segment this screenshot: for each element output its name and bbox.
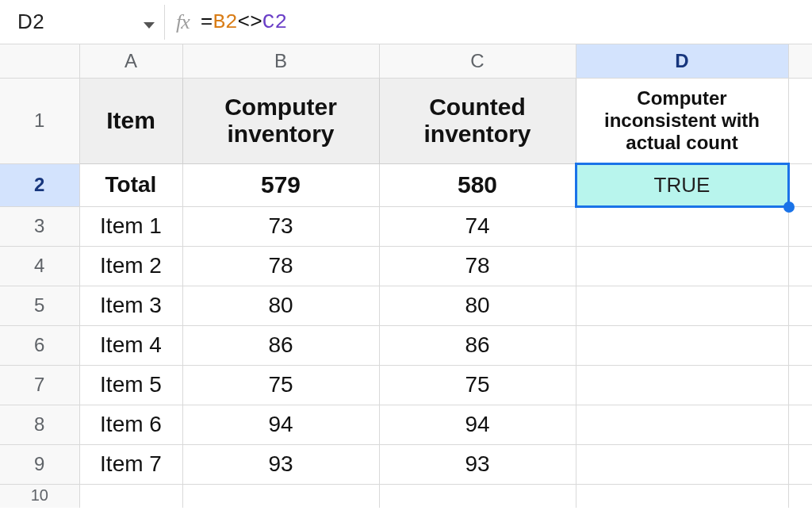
fill-handle[interactable] xyxy=(783,202,795,213)
cell-B3[interactable]: 73 xyxy=(182,206,379,246)
cell-A9[interactable]: Item 7 xyxy=(79,444,182,484)
row-header-1[interactable]: 1 xyxy=(0,78,79,163)
col-header-B[interactable]: B xyxy=(182,44,379,78)
cell-D7[interactable] xyxy=(576,365,788,405)
table-row: 3 Item 1 73 74 xyxy=(0,206,812,246)
table-row: 2 Total 579 580 TRUE xyxy=(0,163,812,206)
cell-C2[interactable]: 580 xyxy=(379,163,576,206)
divider xyxy=(164,5,165,40)
cell-B6[interactable]: 86 xyxy=(182,325,379,365)
formula-ref-c2: C2 xyxy=(262,10,287,34)
cell-A2[interactable]: Total xyxy=(79,163,182,206)
cell-B8[interactable]: 94 xyxy=(182,405,379,444)
cell-B1[interactable]: Computer inventory xyxy=(182,78,379,163)
cell-D2[interactable]: TRUE xyxy=(576,163,788,206)
cell-B4[interactable]: 78 xyxy=(182,246,379,286)
cell-extra-2[interactable] xyxy=(788,163,812,206)
cell-C6[interactable]: 86 xyxy=(379,325,576,365)
select-all-corner[interactable] xyxy=(0,44,79,78)
row-header-7[interactable]: 7 xyxy=(0,365,79,405)
col-header-extra[interactable] xyxy=(788,44,812,78)
cell-A6[interactable]: Item 4 xyxy=(79,325,182,365)
cell-extra-5[interactable] xyxy=(788,286,812,325)
cell-D5[interactable] xyxy=(576,286,788,325)
cell-extra-6[interactable] xyxy=(788,325,812,365)
table-row: 4 Item 2 78 78 xyxy=(0,246,812,286)
spreadsheet-grid[interactable]: A B C D 1 Item Computer inventory Counte… xyxy=(0,44,812,508)
name-box-container: D2 xyxy=(17,10,164,34)
col-header-D[interactable]: D xyxy=(576,44,788,78)
cell-C10[interactable] xyxy=(379,484,576,508)
cell-extra-8[interactable] xyxy=(788,405,812,444)
formula-eq: = xyxy=(201,10,213,34)
cell-D2-value: TRUE xyxy=(654,173,710,197)
fx-icon: fx xyxy=(176,10,190,34)
formula-operator: <> xyxy=(238,10,262,34)
table-row: 10 xyxy=(0,484,812,508)
name-box[interactable]: D2 xyxy=(17,10,44,34)
cell-A8[interactable]: Item 6 xyxy=(79,405,182,444)
formula-input[interactable]: =B2<>C2 xyxy=(201,10,287,34)
row-header-10[interactable]: 10 xyxy=(0,484,79,508)
cell-B7[interactable]: 75 xyxy=(182,365,379,405)
table-row: 7 Item 5 75 75 xyxy=(0,365,812,405)
cell-B5[interactable]: 80 xyxy=(182,286,379,325)
formula-ref-b2: B2 xyxy=(213,10,237,34)
cell-C9[interactable]: 93 xyxy=(379,444,576,484)
cell-D3[interactable] xyxy=(576,206,788,246)
cell-A4[interactable]: Item 2 xyxy=(79,246,182,286)
row-header-2[interactable]: 2 xyxy=(0,163,79,206)
cell-extra-7[interactable] xyxy=(788,365,812,405)
cell-D9[interactable] xyxy=(576,444,788,484)
row-header-8[interactable]: 8 xyxy=(0,405,79,444)
col-header-A[interactable]: A xyxy=(79,44,182,78)
cell-A7[interactable]: Item 5 xyxy=(79,365,182,405)
cell-A1[interactable]: Item xyxy=(79,78,182,163)
cell-D8[interactable] xyxy=(576,405,788,444)
cell-C3[interactable]: 74 xyxy=(379,206,576,246)
cell-C7[interactable]: 75 xyxy=(379,365,576,405)
cell-A3[interactable]: Item 1 xyxy=(79,206,182,246)
formula-bar: D2 fx =B2<>C2 xyxy=(0,0,812,44)
cell-extra-10[interactable] xyxy=(788,484,812,508)
grid-table: A B C D 1 Item Computer inventory Counte… xyxy=(0,44,812,508)
cell-D6[interactable] xyxy=(576,325,788,365)
col-header-C[interactable]: C xyxy=(379,44,576,78)
cell-C8[interactable]: 94 xyxy=(379,405,576,444)
cell-B9[interactable]: 93 xyxy=(182,444,379,484)
row-header-4[interactable]: 4 xyxy=(0,246,79,286)
cell-C1[interactable]: Counted inventory xyxy=(379,78,576,163)
table-row: 5 Item 3 80 80 xyxy=(0,286,812,325)
table-row: 1 Item Computer inventory Counted invent… xyxy=(0,78,812,163)
cell-C5[interactable]: 80 xyxy=(379,286,576,325)
cell-D4[interactable] xyxy=(576,246,788,286)
row-header-3[interactable]: 3 xyxy=(0,206,79,246)
cell-extra-3[interactable] xyxy=(788,206,812,246)
cell-extra-1[interactable] xyxy=(788,78,812,163)
cell-extra-9[interactable] xyxy=(788,444,812,484)
cell-D1[interactable]: Computer inconsistent with actual count xyxy=(576,78,788,163)
cell-extra-4[interactable] xyxy=(788,246,812,286)
cell-A5[interactable]: Item 3 xyxy=(79,286,182,325)
row-header-6[interactable]: 6 xyxy=(0,325,79,365)
table-row: 9 Item 7 93 93 xyxy=(0,444,812,484)
cell-B2[interactable]: 579 xyxy=(182,163,379,206)
table-row: 8 Item 6 94 94 xyxy=(0,405,812,444)
cell-B10[interactable] xyxy=(182,484,379,508)
column-header-row: A B C D xyxy=(0,44,812,78)
chevron-down-icon xyxy=(144,22,155,29)
name-box-dropdown[interactable] xyxy=(144,10,155,34)
row-header-9[interactable]: 9 xyxy=(0,444,79,484)
table-row: 6 Item 4 86 86 xyxy=(0,325,812,365)
cell-A10[interactable] xyxy=(79,484,182,508)
row-header-5[interactable]: 5 xyxy=(0,286,79,325)
cell-C4[interactable]: 78 xyxy=(379,246,576,286)
cell-D10[interactable] xyxy=(576,484,788,508)
